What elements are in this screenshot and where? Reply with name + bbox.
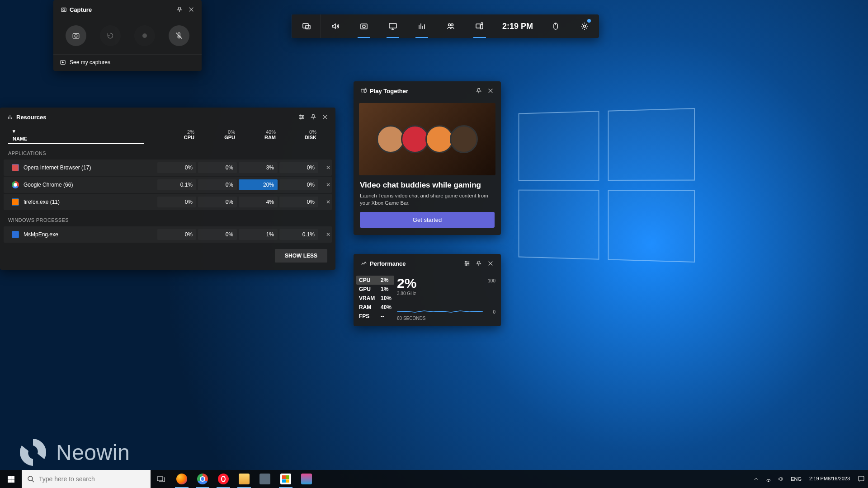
settings-icon[interactable] <box>461 258 473 269</box>
display-button[interactable] <box>378 14 407 38</box>
pin-icon[interactable] <box>174 4 185 15</box>
tray-clock[interactable]: 2:19 PM 8/16/2023 <box>805 470 854 488</box>
tray-language[interactable]: ENG <box>788 470 805 488</box>
record-last-button[interactable] <box>100 25 121 46</box>
teams-button[interactable] <box>465 14 494 38</box>
perf-stat-row[interactable]: VRAM10% <box>359 294 392 303</box>
see-my-captures-link[interactable]: See my captures <box>53 54 202 71</box>
process-disk: 0.1% <box>279 229 318 240</box>
perf-stat-row[interactable]: GPU1% <box>359 285 392 294</box>
pin-icon[interactable] <box>307 111 319 123</box>
taskbar-app-generic-1[interactable] <box>255 470 275 488</box>
name-column-header[interactable]: ▾ NAME <box>13 128 157 141</box>
process-gpu: 0% <box>198 229 237 240</box>
capture-tab-button[interactable] <box>349 14 378 38</box>
performance-icon <box>358 258 370 269</box>
windows-logo-backdrop <box>519 108 695 263</box>
process-row[interactable]: firefox.exe (11) 0% 0% 4% 0% ✕ <box>4 194 332 210</box>
neowin-watermark: Neowin <box>17 436 130 468</box>
process-ram: 20% <box>239 179 278 190</box>
svg-rect-8 <box>361 24 367 29</box>
svg-point-23 <box>467 263 469 264</box>
settings-icon[interactable] <box>296 111 307 123</box>
svg-point-22 <box>465 261 467 263</box>
process-gpu: 0% <box>198 179 237 190</box>
process-end-button[interactable]: ✕ <box>319 199 337 205</box>
show-less-button[interactable]: SHOW LESS <box>275 249 327 263</box>
close-icon[interactable] <box>485 258 496 269</box>
process-end-button[interactable]: ✕ <box>319 164 337 171</box>
process-row[interactable]: MsMpEng.exe 0% 0% 1% 0.1% ✕ <box>4 226 332 243</box>
applications-section-header: APPLICATIONS <box>0 144 335 159</box>
process-row[interactable]: Google Chrome (66) 0.1% 0% 20% 0% ✕ <box>4 177 332 193</box>
search-input[interactable] <box>39 475 145 483</box>
record-button[interactable] <box>134 25 155 46</box>
taskbar-app-chrome[interactable] <box>192 470 213 488</box>
disk-column-header[interactable]: 0%DISK <box>279 128 320 141</box>
teams-icon <box>358 85 370 97</box>
settings-button[interactable] <box>570 14 599 38</box>
process-name: Opera Internet Browser (17) <box>12 164 156 171</box>
tray-network-icon[interactable] <box>762 470 775 488</box>
perf-stat-row[interactable]: RAM40% <box>359 303 392 312</box>
process-cpu: 0% <box>157 197 196 207</box>
task-view-button[interactable] <box>151 470 171 488</box>
sort-indicator-icon: ▾ <box>13 128 27 134</box>
process-disk: 0% <box>279 162 318 173</box>
toolbar-clock: 2:19 PM <box>494 22 541 31</box>
process-ram: 3% <box>239 162 278 173</box>
svg-point-18 <box>302 117 303 118</box>
process-end-button[interactable]: ✕ <box>319 231 337 238</box>
xbox-social-button[interactable] <box>436 14 465 38</box>
svg-rect-28 <box>859 476 864 481</box>
process-row[interactable]: Opera Internet Browser (17) 0% 0% 3% 0% … <box>4 160 332 176</box>
taskbar-app-generic-2[interactable] <box>296 470 317 488</box>
close-icon[interactable] <box>185 4 197 15</box>
svg-rect-10 <box>389 23 396 28</box>
perf-stat-row[interactable]: FPS-- <box>359 312 392 321</box>
tray-notifications-button[interactable] <box>854 470 868 488</box>
taskbar-app-store[interactable] <box>275 470 296 488</box>
svg-point-25 <box>28 476 33 481</box>
screenshot-button[interactable] <box>66 25 86 46</box>
gpu-column-header[interactable]: 0%GPU <box>198 128 239 141</box>
svg-point-16 <box>584 25 586 28</box>
process-disk: 0% <box>279 197 318 207</box>
play-together-title: Play Together <box>370 88 408 94</box>
process-cpu: 0% <box>157 229 196 240</box>
avatar <box>401 125 429 153</box>
svg-rect-20 <box>361 89 364 92</box>
pin-icon[interactable] <box>473 258 485 269</box>
process-disk: 0% <box>279 179 318 190</box>
taskbar-app-firefox[interactable] <box>171 470 192 488</box>
start-button[interactable] <box>0 470 22 488</box>
mic-toggle-button[interactable] <box>169 25 189 46</box>
resources-icon <box>5 111 16 123</box>
process-name: Google Chrome (66) <box>12 181 156 188</box>
process-gpu: 0% <box>198 162 237 173</box>
taskbar: ENG 2:19 PM 8/16/2023 <box>0 470 868 488</box>
process-cpu: 0.1% <box>157 179 196 190</box>
close-icon[interactable] <box>319 111 331 123</box>
search-icon <box>27 475 34 483</box>
tray-overflow-button[interactable] <box>750 470 762 488</box>
audio-button[interactable] <box>321 14 349 38</box>
svg-point-19 <box>300 118 302 119</box>
resources-title: Resources <box>16 114 46 121</box>
close-icon[interactable] <box>485 85 496 97</box>
taskbar-search[interactable] <box>22 470 151 488</box>
pin-icon[interactable] <box>473 85 485 97</box>
widgets-button[interactable] <box>292 14 321 38</box>
perf-stat-row[interactable]: CPU2% <box>356 276 394 285</box>
taskbar-app-opera[interactable] <box>213 470 234 488</box>
get-started-button[interactable]: Get started <box>360 212 495 228</box>
performance-tab-button[interactable] <box>407 14 436 38</box>
mouse-button[interactable] <box>541 14 570 38</box>
process-end-button[interactable]: ✕ <box>319 182 337 188</box>
taskbar-app-explorer[interactable] <box>234 470 255 488</box>
cpu-column-header[interactable]: 2%CPU <box>157 128 198 141</box>
performance-title: Performance <box>370 260 406 267</box>
svg-point-12 <box>451 24 453 26</box>
tray-volume-icon[interactable] <box>775 470 788 488</box>
ram-column-header[interactable]: 40%RAM <box>239 128 279 141</box>
